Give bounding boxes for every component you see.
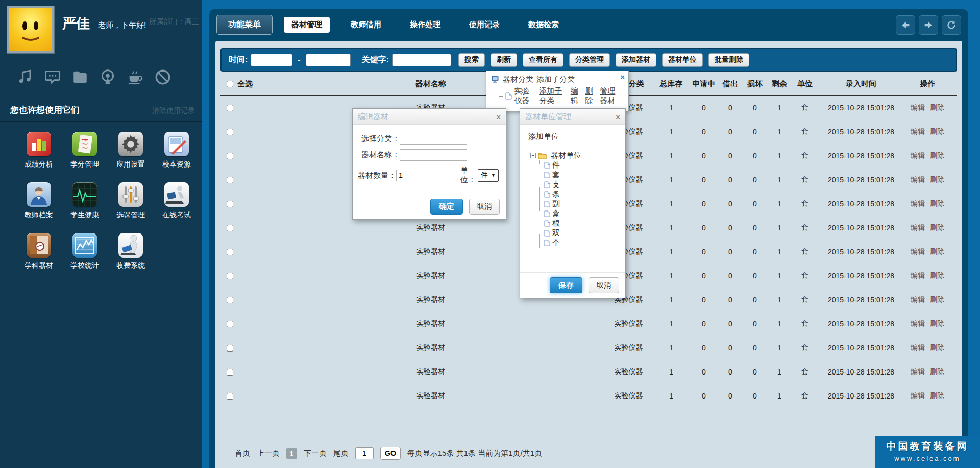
tab-usage-records[interactable]: 使用记录 [461, 17, 507, 33]
add-equipment-button[interactable]: 添加器材 [616, 53, 656, 67]
delete-link[interactable]: 删除 [930, 151, 944, 159]
edit-link[interactable]: 编辑 [911, 175, 925, 183]
refresh-button[interactable]: 刷新 [491, 53, 517, 67]
edit-link[interactable]: 编辑 [911, 247, 925, 255]
first-page-link[interactable]: 首页 [235, 449, 250, 458]
close-icon[interactable]: × [496, 112, 501, 121]
delete-link[interactable]: 删除 [930, 319, 944, 327]
delete-link[interactable]: 删除 [930, 295, 944, 303]
edit-link[interactable]: 编辑 [911, 391, 925, 400]
time-start-input[interactable] [251, 54, 292, 66]
coffee-icon[interactable] [126, 67, 145, 87]
edit-link[interactable]: 编辑 [911, 367, 925, 376]
collapse-icon[interactable]: − [530, 153, 536, 158]
row-checkbox[interactable] [227, 345, 233, 352]
delete-link[interactable]: 删除 [930, 127, 944, 135]
app-student-health[interactable]: 学生健康 [66, 182, 103, 220]
batch-delete-button[interactable]: 批量删除 [708, 53, 749, 67]
row-checkbox[interactable] [227, 225, 233, 231]
broadcast-icon[interactable] [98, 67, 117, 87]
delete-link[interactable]: 删除 [930, 223, 944, 231]
node-edit-link[interactable]: 编辑 [571, 86, 582, 106]
prev-page-link[interactable]: 上一页 [257, 449, 280, 458]
app-subject-equipment[interactable]: 学科器材 [20, 233, 57, 270]
tab-operation-processing[interactable]: 操作处理 [402, 17, 448, 33]
go-button[interactable]: GO [380, 447, 401, 460]
chat-icon[interactable] [43, 67, 62, 87]
unit-select[interactable]: 件 ▼ [478, 169, 499, 182]
row-checkbox[interactable] [227, 177, 233, 183]
row-checkbox[interactable] [227, 153, 233, 159]
node-manage-equipment-link[interactable]: 管理器材 [600, 86, 622, 106]
edit-link[interactable]: 编辑 [911, 103, 925, 111]
cancel-button[interactable]: 取消 [589, 277, 619, 293]
edit-link[interactable]: 编辑 [911, 271, 925, 279]
view-all-button[interactable]: 查看所有 [523, 53, 564, 67]
delete-link[interactable]: 删除 [930, 175, 944, 183]
confirm-button[interactable]: 确定 [430, 199, 463, 215]
row-checkbox[interactable] [227, 105, 233, 111]
edit-link[interactable]: 编辑 [911, 199, 925, 207]
unit-tree-item[interactable]: 双 [540, 228, 619, 238]
last-page-link[interactable]: 尾页 [333, 449, 349, 458]
function-menu-button[interactable]: 功能菜单 [216, 15, 273, 35]
close-icon[interactable]: × [620, 73, 625, 81]
row-checkbox[interactable] [227, 129, 233, 135]
app-credit-management[interactable]: 学分管理 [66, 132, 103, 169]
category-manage-button[interactable]: 分类管理 [569, 53, 610, 67]
delete-link[interactable]: 删除 [930, 199, 944, 207]
delete-link[interactable]: 删除 [930, 271, 944, 279]
unit-tree-item[interactable]: 盒 [540, 209, 619, 219]
user-avatar[interactable] [7, 6, 54, 53]
edit-link[interactable]: 编辑 [911, 295, 925, 303]
unit-tree-root[interactable]: − 器材单位 [530, 151, 619, 160]
app-school-resources[interactable]: 校本资源 [158, 132, 195, 169]
edit-link[interactable]: 编辑 [911, 319, 925, 327]
row-checkbox[interactable] [227, 297, 233, 303]
delete-link[interactable]: 删除 [930, 391, 944, 400]
forward-arrow-icon[interactable] [919, 15, 938, 35]
row-checkbox[interactable] [227, 321, 233, 327]
qty-field[interactable] [396, 170, 447, 181]
delete-link[interactable]: 删除 [930, 367, 944, 376]
row-checkbox[interactable] [227, 273, 233, 279]
cancel-button[interactable]: 取消 [469, 199, 500, 215]
edit-link[interactable]: 编辑 [911, 151, 925, 159]
unit-tree-item[interactable]: 副 [540, 199, 619, 209]
delete-link[interactable]: 删除 [930, 247, 944, 255]
tab-teacher-borrow[interactable]: 教师借用 [343, 17, 389, 33]
search-button[interactable]: 搜索 [458, 53, 485, 67]
app-score-analysis[interactable]: 成绩分析 [20, 132, 57, 169]
folder-icon[interactable] [70, 67, 90, 87]
keyword-input[interactable] [392, 54, 451, 66]
row-checkbox[interactable] [227, 393, 233, 400]
edit-link[interactable]: 编辑 [911, 127, 925, 135]
app-settings[interactable]: 应用设置 [112, 132, 149, 169]
save-button[interactable]: 保存 [550, 277, 582, 293]
time-end-input[interactable] [306, 54, 351, 66]
unit-tree-item[interactable]: 条 [540, 190, 619, 199]
node-add-subcategory-link[interactable]: 添加子分类 [539, 86, 567, 106]
app-fee-system[interactable]: 收费系统 [112, 233, 149, 270]
row-checkbox[interactable] [227, 369, 233, 376]
add-unit-link[interactable]: 添加单位 [528, 132, 619, 142]
next-page-link[interactable]: 下一页 [304, 449, 327, 458]
close-icon[interactable]: × [616, 112, 620, 121]
clear-history-link[interactable]: 清除使用记录 [152, 106, 195, 115]
name-field[interactable] [400, 149, 467, 161]
page-number-input[interactable] [355, 447, 374, 459]
app-online-exam[interactable]: 在线考试 [158, 182, 195, 220]
app-course-selection[interactable]: 选课管理 [112, 182, 149, 220]
back-arrow-icon[interactable] [896, 15, 915, 35]
app-school-statistics[interactable]: 学校统计 [66, 233, 103, 270]
tab-data-search[interactable]: 数据检索 [521, 17, 567, 33]
category-field[interactable] [400, 133, 467, 145]
edit-link[interactable]: 编辑 [911, 223, 925, 231]
unit-tree-item[interactable]: 件 [540, 160, 619, 170]
delete-link[interactable]: 删除 [930, 343, 944, 352]
music-icon[interactable] [15, 67, 35, 87]
unit-tree-item[interactable]: 根 [540, 219, 619, 228]
unit-tree-item[interactable]: 套 [540, 170, 619, 180]
unit-tree-item[interactable]: 个 [540, 238, 619, 248]
ban-icon[interactable] [153, 67, 173, 87]
